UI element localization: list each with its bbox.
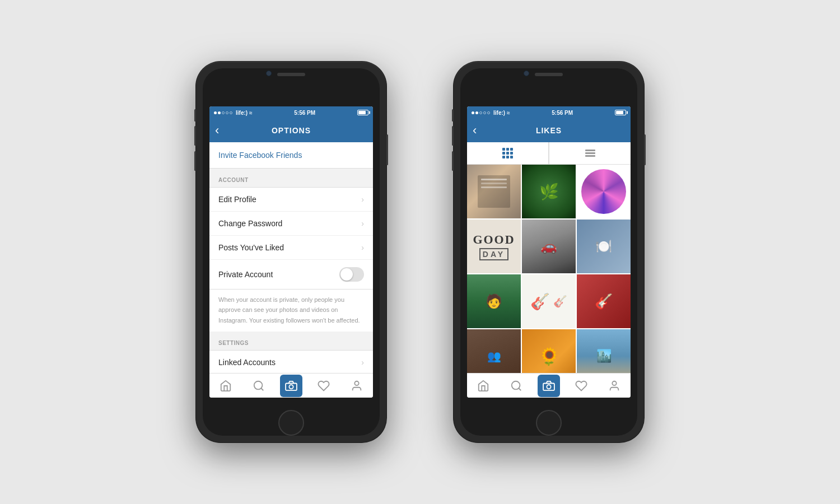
svg-point-5 — [511, 381, 520, 389]
status-right — [357, 110, 368, 115]
nav-bar-options: ‹ OPTIONS — [209, 119, 373, 142]
photo-cityscape[interactable]: 🏙️ — [577, 329, 631, 373]
nav-profile-2[interactable] — [603, 375, 626, 397]
nav-title-options: OPTIONS — [272, 126, 311, 135]
signal-dot-2 — [218, 111, 221, 114]
signal-dot-2b — [475, 111, 478, 114]
photo-mandala[interactable] — [577, 165, 631, 218]
carrier-text: life:) ≈ — [236, 110, 252, 116]
private-account-label: Private Account — [218, 270, 273, 279]
signal-dot-1b — [472, 111, 474, 114]
person-icon — [351, 380, 363, 392]
photo-guitar-red[interactable]: 🎸 — [577, 274, 631, 328]
nav-home-2[interactable] — [472, 375, 494, 397]
posts-liked-item[interactable]: Posts You've Liked › — [209, 236, 373, 260]
edit-profile-item[interactable]: Edit Profile › — [209, 188, 373, 212]
change-password-item[interactable]: Change Password › — [209, 212, 373, 236]
change-password-label: Change Password — [218, 219, 282, 228]
home-button-2[interactable] — [536, 410, 562, 436]
photo-workspace[interactable] — [467, 165, 521, 218]
nav-heart[interactable] — [312, 375, 335, 397]
account-label: ACCOUNT — [218, 177, 249, 183]
photo-car[interactable]: 🚗 — [522, 220, 576, 273]
signal-dot-5 — [230, 111, 232, 114]
status-time: 5:56 PM — [294, 110, 315, 116]
battery-icon-2 — [615, 110, 626, 115]
nav-title-likes: LIKES — [536, 126, 562, 135]
nav-camera-active-2[interactable] — [538, 375, 560, 397]
edit-profile-chevron: › — [361, 195, 364, 204]
phone-speaker — [277, 73, 305, 76]
phone-inner-2: life:) ≈ 5:56 PM ‹ LIKES — [460, 68, 637, 436]
signal-dot-1 — [214, 111, 217, 114]
photo-people-corridor[interactable]: 👥 — [467, 329, 521, 373]
settings-section: SETTINGS Linked Accounts › Push Notifica… — [209, 332, 373, 373]
options-content: Invite Facebook Friends ACCOUNT Edit Pro… — [209, 142, 373, 373]
search-icon — [253, 380, 265, 392]
phone-camera — [266, 71, 272, 76]
phones-container: life:) ≈ 5:56 PM ‹ OPTIONS — [196, 62, 644, 442]
likes-content: 🌿 GOOD DAY — [467, 165, 631, 373]
settings-menu-list: Linked Accounts › Push Notification Sett… — [209, 350, 373, 373]
photo-good-day[interactable]: GOOD DAY — [467, 220, 521, 273]
private-account-toggle[interactable] — [339, 267, 364, 282]
private-desc-text: When your account is private, only peopl… — [218, 296, 360, 324]
nav-camera-active[interactable] — [280, 375, 302, 397]
list-view-button[interactable] — [549, 142, 631, 164]
svg-point-3 — [289, 385, 293, 389]
status-bar-2: life:) ≈ 5:56 PM — [467, 106, 631, 119]
status-left: life:) ≈ — [214, 110, 252, 116]
account-menu-list: Edit Profile › Change Password › Posts Y… — [209, 187, 373, 290]
linked-accounts-label: Linked Accounts — [218, 358, 276, 367]
phone-likes: life:) ≈ 5:56 PM ‹ LIKES — [454, 62, 644, 442]
home-button-1[interactable] — [278, 410, 304, 436]
svg-point-0 — [254, 381, 262, 389]
nav-search[interactable] — [248, 375, 270, 397]
battery-icon — [357, 110, 368, 115]
battery-fill — [358, 111, 366, 114]
private-account-item[interactable]: Private Account — [209, 260, 373, 289]
photo-food[interactable]: 🍽️ — [577, 220, 631, 273]
posts-liked-chevron: › — [361, 243, 364, 252]
svg-point-9 — [612, 381, 616, 385]
back-button[interactable]: ‹ — [215, 123, 219, 138]
signal-dot-5b — [487, 111, 490, 114]
settings-label: SETTINGS — [218, 340, 249, 346]
carrier-text-2: life:) ≈ — [493, 110, 510, 116]
back-button-2[interactable]: ‹ — [473, 123, 477, 138]
screen: life:) ≈ 5:56 PM ‹ OPTIONS — [209, 106, 373, 398]
edit-profile-label: Edit Profile — [218, 195, 256, 204]
account-section-header: ACCOUNT — [209, 169, 373, 187]
private-description: When your account is private, only peopl… — [209, 290, 373, 332]
svg-point-4 — [354, 381, 358, 385]
phone-options: life:) ≈ 5:56 PM ‹ OPTIONS — [196, 62, 386, 442]
invite-facebook-text[interactable]: Invite Facebook Friends — [218, 151, 302, 160]
status-right-2 — [615, 110, 626, 115]
nav-bar-likes: ‹ LIKES — [467, 119, 631, 142]
signal-dot-3 — [222, 111, 225, 114]
camera-icon — [285, 381, 297, 391]
photo-sunflower[interactable]: 🌻 — [522, 329, 576, 373]
photo-guitar-white[interactable]: 🎸 🎸 — [522, 274, 576, 328]
photo-person-outdoor[interactable]: 🧑 — [467, 274, 521, 328]
grid-view-button[interactable] — [467, 142, 549, 164]
nav-search-2[interactable] — [505, 375, 528, 397]
screen-2: life:) ≈ 5:56 PM ‹ LIKES — [467, 106, 631, 398]
list-view-icon — [585, 150, 595, 157]
photo-grid: 🌿 GOOD DAY — [467, 165, 631, 373]
phone-speaker-2 — [535, 73, 563, 76]
search-icon-2 — [510, 380, 522, 392]
nav-heart-2[interactable] — [570, 375, 592, 397]
signal-dot-4b — [483, 111, 486, 114]
nav-home[interactable] — [214, 375, 237, 397]
signal-dot-3b — [479, 111, 482, 114]
linked-accounts-item[interactable]: Linked Accounts › — [209, 351, 373, 373]
invite-section[interactable]: Invite Facebook Friends — [209, 142, 373, 169]
status-bar: life:) ≈ 5:56 PM — [209, 106, 373, 119]
nav-profile[interactable] — [346, 375, 368, 397]
view-toggle — [467, 142, 631, 165]
phone-inner: life:) ≈ 5:56 PM ‹ OPTIONS — [203, 68, 380, 436]
photo-plant[interactable]: 🌿 — [522, 165, 576, 218]
status-left-2: life:) ≈ — [472, 110, 510, 116]
bottom-nav-likes — [467, 373, 631, 398]
